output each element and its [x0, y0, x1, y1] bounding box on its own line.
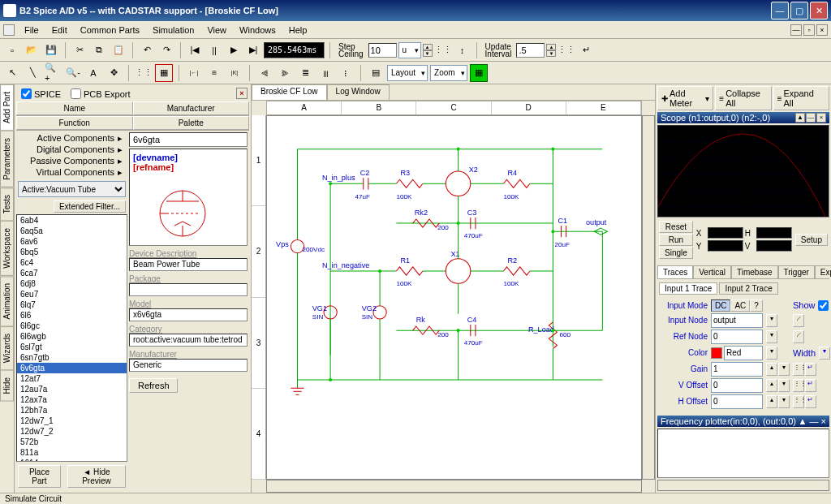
cat-function[interactable]: Function	[16, 116, 133, 130]
add-meter-button[interactable]: ✚ Add Meter ▾	[657, 86, 713, 110]
zoom-in-icon[interactable]: 🔍+	[44, 64, 62, 82]
copy-icon[interactable]: ⧉	[90, 41, 108, 59]
show-checkbox[interactable]	[818, 300, 829, 311]
tab-input1[interactable]: Input 1 Trace	[659, 282, 717, 295]
grid-dots-icon[interactable]: ⋮⋮	[135, 64, 153, 82]
step-tool-icon[interactable]: ⋮⋮	[434, 41, 452, 59]
refresh-button[interactable]: Refresh	[129, 378, 178, 393]
scrollbar-horizontal[interactable]	[266, 480, 642, 493]
tab-parameters[interactable]: Parameters	[0, 131, 14, 187]
cut-icon[interactable]: ✂	[71, 41, 88, 59]
tab-wizards[interactable]: Wizards	[0, 326, 14, 370]
part-list[interactable]: 6ab46aq5a6av66bq56c46ca76dj86eu76lq76l66…	[16, 214, 127, 462]
part-item[interactable]: 6sl7gt	[17, 342, 127, 352]
run-sim-icon[interactable]: ▦	[470, 64, 488, 82]
minimize-button[interactable]: —	[771, 2, 789, 19]
time-display[interactable]	[264, 42, 325, 58]
part-item[interactable]: 6eu7	[17, 289, 127, 299]
hoffset-input[interactable]: 0	[711, 394, 763, 409]
menu-virtual-components[interactable]: Virtual Components	[19, 166, 124, 178]
pan-icon[interactable]: ✥	[105, 64, 123, 82]
part-item[interactable]: 6av6	[17, 236, 127, 247]
collapse-all-button[interactable]: ≡ Collapse All	[715, 86, 771, 110]
menu-file[interactable]: File	[18, 24, 45, 37]
tab-vertical[interactable]: Vertical	[693, 265, 731, 278]
part-item[interactable]: 811a	[17, 447, 127, 458]
scope-close-icon[interactable]: ×	[816, 113, 826, 123]
tab-schematic[interactable]: Broskie CF Low	[252, 84, 327, 100]
save-icon[interactable]: 💾	[42, 41, 60, 59]
snap-v-icon[interactable]: ⊞	[205, 64, 223, 82]
frequency-plotter[interactable]	[657, 429, 829, 478]
menu-passive-components[interactable]: Passive Components	[19, 155, 124, 166]
scrollbar-vertical[interactable]	[642, 115, 655, 480]
filter-select[interactable]: Active:Vacuum Tube	[18, 181, 126, 197]
paste-icon[interactable]: 📋	[110, 41, 127, 59]
menu-windows[interactable]: Windows	[233, 24, 282, 37]
undo-icon[interactable]: ↶	[138, 41, 156, 59]
step-ceiling-spin[interactable]	[368, 43, 397, 58]
probe-icon[interactable]: ⟋	[793, 330, 804, 343]
maximize-button[interactable]: ▢	[790, 2, 808, 19]
run-button[interactable]: Run	[659, 234, 693, 246]
freq-close-icon[interactable]: ×	[821, 416, 826, 426]
ref-node-combo[interactable]: 0	[711, 330, 763, 344]
close-button[interactable]: ✕	[810, 2, 828, 19]
tab-workspace[interactable]: Workspace	[0, 221, 14, 276]
grid-lines-icon[interactable]: ▦	[155, 64, 173, 82]
zoom-out-icon[interactable]: 🔍-	[64, 64, 82, 82]
tab-hide[interactable]: Hide	[0, 370, 14, 402]
snap-h-icon[interactable]: |←|	[185, 64, 203, 82]
tab-tests[interactable]: Tests	[0, 187, 14, 221]
tab-log[interactable]: Log Window	[327, 84, 390, 100]
part-item[interactable]: 6dj8	[17, 278, 127, 289]
expand-all-button[interactable]: ≡ Expand All	[773, 86, 829, 110]
tab-traces[interactable]: Traces	[657, 265, 693, 278]
mdi-close[interactable]: ×	[816, 24, 828, 36]
tab-animation[interactable]: Animation	[0, 276, 14, 326]
layers-icon[interactable]: ▤	[367, 64, 385, 82]
distribute-v-icon[interactable]: ⫶	[337, 64, 355, 82]
menu-active-components[interactable]: Active Components	[19, 132, 124, 144]
tab-timebase[interactable]: Timebase	[731, 265, 778, 278]
next-icon[interactable]: ▶|	[244, 41, 262, 59]
probe-icon[interactable]: ⟋	[793, 314, 804, 327]
text-icon[interactable]: A	[84, 64, 102, 82]
part-item[interactable]: 12dw7_2	[17, 426, 127, 437]
mdi-restore[interactable]: ▫	[803, 24, 815, 36]
freq-min-icon[interactable]: —	[810, 416, 819, 426]
slider-icon[interactable]: ↕	[454, 41, 471, 59]
part-item[interactable]: 12au7a	[17, 384, 127, 394]
part-item[interactable]: 6bq5	[17, 247, 127, 257]
voffset-input[interactable]: 0	[711, 378, 763, 393]
tab-trigger[interactable]: Trigger	[778, 265, 815, 278]
step-unit-combo[interactable]: u	[398, 42, 421, 58]
part-item[interactable]: 12ax7a	[17, 394, 127, 405]
prev-icon[interactable]: |◀	[186, 41, 204, 59]
menu-edit[interactable]: Edit	[45, 24, 74, 37]
oscilloscope[interactable]	[657, 125, 829, 218]
align-center-icon[interactable]: ⫸	[276, 64, 294, 82]
cat-name[interactable]: Name	[16, 101, 133, 115]
menu-view[interactable]: View	[200, 24, 233, 37]
reset-button[interactable]: Reset	[659, 221, 693, 233]
play-icon[interactable]: ▶	[225, 41, 243, 59]
part-name-input[interactable]	[129, 132, 248, 147]
gain-input[interactable]: 1	[711, 362, 763, 377]
part-item[interactable]: 6l6gc	[17, 321, 127, 331]
color-swatch[interactable]	[711, 347, 722, 359]
hide-preview-button[interactable]: ◄ Hide Preview	[67, 465, 126, 488]
part-item[interactable]: 6aq5a	[17, 226, 127, 236]
scope-min-icon[interactable]: —	[806, 113, 816, 123]
part-item[interactable]: 6l6wgb	[17, 331, 127, 342]
mdi-minimize[interactable]: —	[790, 24, 802, 36]
marker-icon[interactable]: ↵	[577, 41, 595, 59]
part-item[interactable]: 12dw7_1	[17, 416, 127, 426]
tab-add-part[interactable]: Add Part	[0, 84, 14, 131]
open-icon[interactable]: 📂	[23, 41, 41, 59]
panel-close-icon[interactable]: ×	[236, 88, 248, 99]
net-icon[interactable]: ╲	[24, 64, 41, 82]
part-item[interactable]: 6ab4	[17, 215, 127, 226]
menu-simulation[interactable]: Simulation	[146, 24, 200, 37]
menu-digital-components[interactable]: Digital Components	[19, 144, 124, 155]
